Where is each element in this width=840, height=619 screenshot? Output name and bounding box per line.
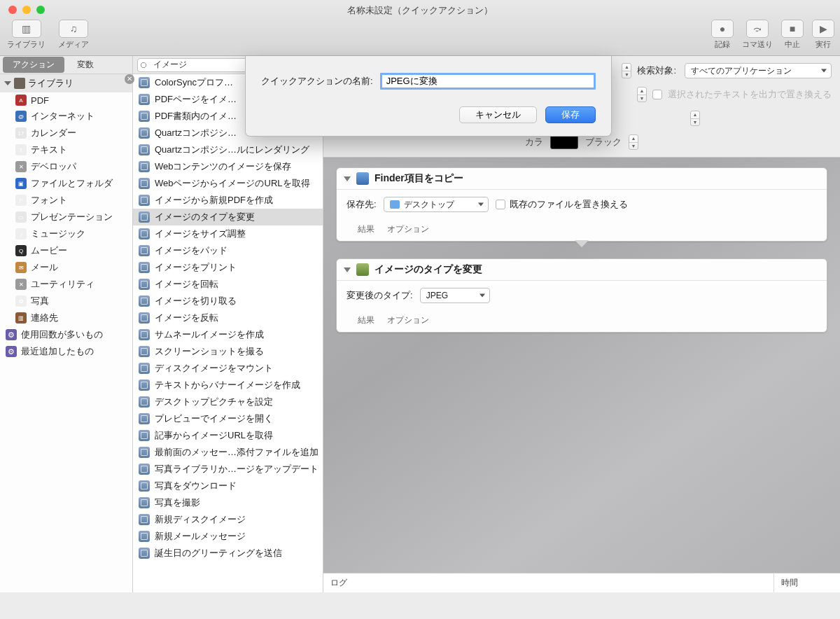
action-icon [139, 380, 150, 391]
replace-existing-checkbox[interactable] [496, 200, 505, 209]
category-item[interactable]: ▣ファイルとフォルダ [0, 175, 132, 192]
action-item[interactable]: ディスクイメージをマウント [133, 360, 323, 377]
action-icon [139, 262, 150, 273]
category-icon: F [15, 195, 27, 206]
action-item[interactable]: イメージをパッド [133, 242, 323, 259]
minimize-window-icon[interactable] [22, 6, 31, 14]
category-icon: ▭ [15, 211, 27, 223]
clear-search-icon[interactable]: ✕ [125, 74, 134, 84]
action-icon [139, 312, 150, 324]
smart-group-item[interactable]: ⚙使用回数が多いもの [0, 326, 132, 343]
action-item[interactable]: イメージをサイズ調整 [133, 225, 323, 242]
action-item[interactable]: イメージを反転 [133, 310, 323, 326]
category-item[interactable]: ✉メール [0, 259, 132, 276]
dest-dropdown[interactable]: デスクトップ [384, 197, 489, 212]
log-label: ログ [323, 577, 354, 589]
preview-icon [356, 263, 369, 276]
run-button[interactable]: ▶実行 [812, 20, 834, 50]
library-root[interactable]: ライブラリ [0, 74, 132, 92]
category-label: ファイルとフォルダ [31, 177, 113, 190]
search-scope-label: 検索対象: [637, 64, 676, 77]
action-item[interactable]: WebページからイメージのURLを取得 [133, 175, 323, 192]
color-swatch[interactable] [550, 135, 578, 149]
disclosure-icon[interactable] [344, 267, 351, 272]
action-item[interactable]: デスクトップピクチャを設定 [133, 394, 323, 410]
workflow-step-change-image-type[interactable]: イメージのタイプを変更 変更後のタイプ: JPEG 結果 オプション [336, 258, 827, 333]
action-item[interactable]: 誕生日のグリーティングを送信 [133, 545, 323, 562]
image-stepper[interactable]: ▲▼ [690, 111, 700, 126]
action-icon [139, 77, 150, 88]
search-scope-dropdown[interactable]: すべてのアプリケーション [685, 63, 832, 78]
action-item[interactable]: イメージのタイプを変更 [133, 209, 323, 225]
action-item[interactable]: イメージを切り取る [133, 293, 323, 310]
zoom-window-icon[interactable] [36, 6, 45, 14]
log-bar: ログ 時間 [323, 573, 840, 592]
action-item[interactable]: 記事からイメージURLを取得 [133, 427, 323, 444]
replace-text-checkbox[interactable] [652, 90, 662, 99]
action-label: イメージをパッド [155, 244, 227, 257]
action-item[interactable]: イメージから新規PDFを作成 [133, 192, 323, 209]
category-icon: Q [15, 245, 27, 256]
action-item[interactable]: イメージをプリント [133, 259, 323, 276]
workflow-step-copy-finder-items[interactable]: Finder項目をコピー 保存先: デスクトップ 既存のファイルを置き換える 結… [336, 167, 827, 242]
category-item[interactable]: Tテキスト [0, 141, 132, 158]
action-item[interactable]: イメージを回転 [133, 276, 323, 293]
action-item[interactable]: テキストからバナーイメージを作成 [133, 377, 323, 394]
record-button[interactable]: ●記録 [711, 20, 734, 50]
save-button[interactable]: 保存 [545, 106, 596, 123]
category-icon: ✿ [15, 295, 27, 307]
input-stepper[interactable]: ▲▼ [622, 63, 631, 78]
action-label: PDFページをイメ… [155, 93, 237, 106]
action-item[interactable]: サムネールイメージを作成 [133, 326, 323, 343]
action-icon [139, 447, 150, 458]
cancel-button[interactable]: キャンセル [459, 106, 537, 123]
category-item[interactable]: ✿写真 [0, 293, 132, 310]
disclosure-icon[interactable] [344, 176, 351, 181]
color-stepper[interactable]: ▲▼ [629, 134, 638, 150]
action-item[interactable]: Quartzコンポジシ…ルにレンダリング [133, 141, 323, 158]
category-item[interactable]: ♪ミュージック [0, 225, 132, 242]
action-label: イメージを反転 [155, 312, 218, 324]
step-connector-icon [575, 240, 589, 247]
library-icon: ▥ [12, 20, 41, 38]
library-button[interactable]: ▥ライブラリ [7, 20, 46, 50]
stop-button[interactable]: ■中止 [781, 20, 804, 50]
category-item[interactable]: Qムービー [0, 242, 132, 259]
smart-group-item[interactable]: ⚙最近追加したもの [0, 343, 132, 360]
action-item[interactable]: 新規メールメッセージ [133, 528, 323, 545]
smart-folder-icon: ⚙ [6, 329, 17, 340]
action-item[interactable]: プレビューでイメージを開く [133, 410, 323, 427]
action-item[interactable]: 新規ディスクイメージ [133, 511, 323, 528]
toolbar-button-label: メディア [58, 39, 89, 50]
category-item[interactable]: Fフォント [0, 192, 132, 209]
category-item[interactable]: ▭プレゼンテーション [0, 209, 132, 225]
dialog-name-input[interactable] [380, 73, 596, 90]
action-item[interactable]: 最前面のメッセー…添付ファイルを追加 [133, 444, 323, 461]
action-item[interactable]: 写真を撮影 [133, 494, 323, 511]
category-item[interactable]: 17カレンダー [0, 125, 132, 141]
tab-variables[interactable]: 変数 [67, 57, 104, 73]
action-item[interactable]: スクリーンショットを撮る [133, 343, 323, 360]
action-item[interactable]: Webコンテンツのイメージを保存 [133, 158, 323, 175]
media-button[interactable]: ♫メディア [58, 20, 89, 50]
tab-actions[interactable]: アクション [3, 57, 64, 73]
category-item[interactable]: @インターネット [0, 108, 132, 125]
close-window-icon[interactable] [8, 6, 17, 14]
category-item[interactable]: ▥連絡先 [0, 310, 132, 326]
category-item[interactable]: ✕ユーティリティ [0, 276, 132, 293]
step-button[interactable]: ⤼コマ送り [742, 20, 773, 50]
action-icon [139, 497, 150, 508]
category-label: メール [31, 261, 58, 274]
category-item[interactable]: ✕デベロッパ [0, 158, 132, 175]
step-options-link[interactable]: オプション [387, 223, 429, 235]
step-options-link[interactable]: オプション [387, 314, 429, 326]
type-dropdown[interactable]: JPEG [420, 288, 490, 303]
category-item[interactable]: APDF [0, 92, 132, 108]
step-results-link[interactable]: 結果 [358, 223, 374, 235]
action-item[interactable]: 写真をダウンロード [133, 478, 323, 494]
action-icon [139, 211, 150, 223]
output-stepper[interactable]: ▲▼ [637, 87, 647, 102]
workflow-canvas[interactable]: Finder項目をコピー 保存先: デスクトップ 既存のファイルを置き換える 結… [323, 158, 840, 573]
action-item[interactable]: 写真ライブラリか…ージをアップデート [133, 461, 323, 478]
step-results-link[interactable]: 結果 [358, 314, 374, 326]
